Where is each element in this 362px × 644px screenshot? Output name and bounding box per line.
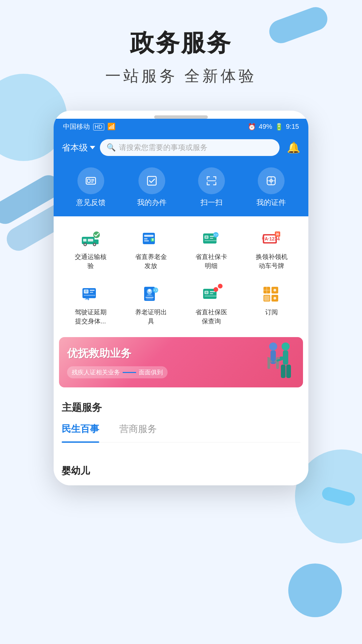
svg-rect-58 xyxy=(204,296,217,297)
search-bar[interactable]: 🔍 请搜索您需要的事项或服务 xyxy=(100,139,280,156)
battery-level: 49% xyxy=(259,123,272,130)
tab-livelihood[interactable]: 民生百事 xyxy=(62,423,99,437)
service-pension-cert[interactable]: 养老证明出具 xyxy=(121,278,181,330)
status-bar: 中国移动 HD 📶 ⏰ 49% 🔋 9:15 xyxy=(54,119,308,134)
scan-label: 扫一扫 xyxy=(200,198,223,208)
services-section: 交通运输核验 ¥ 省直养老金发放 xyxy=(54,216,308,334)
plate-label: 换领补领机动车号牌 xyxy=(256,253,288,270)
medical-label: 省直社保医保查询 xyxy=(195,308,227,326)
svg-rect-78 xyxy=(286,365,291,378)
svg-rect-57 xyxy=(210,293,213,294)
transport-label: 交通运输核验 xyxy=(75,253,107,270)
banner-underline-decoration xyxy=(123,372,136,373)
sub-category-title: 婴幼儿 xyxy=(62,465,300,477)
battery-icon: 🔋 xyxy=(275,123,283,131)
driving-label: 驾驶证延期提交身体... xyxy=(75,308,107,326)
plate-icon: 沪A·1234 补 xyxy=(259,228,284,249)
pension-payment-icon: ¥ xyxy=(139,228,163,249)
svg-rect-22 xyxy=(144,238,147,239)
theme-tabs: 民生百事 营商服务 xyxy=(62,423,300,442)
search-placeholder-text: 请搜索您需要的事项或服务 xyxy=(119,143,207,153)
promo-banner[interactable]: 优抚救助业务 残疾人证相关业务 面面俱到 xyxy=(59,337,303,387)
pension-payment-label: 省直养老金发放 xyxy=(135,253,167,270)
quick-action-scan[interactable]: 扫一扫 xyxy=(198,167,225,208)
banner-subtitle-text: 残疾人证相关业务 xyxy=(72,368,120,376)
pension-cert-label: 养老证明出具 xyxy=(135,308,167,326)
page-subtitle: 一站服务 全新体验 xyxy=(0,66,362,87)
service-social-card[interactable]: 省直社保卡明细 xyxy=(181,223,241,275)
services-grid: 交通运输核验 ¥ 省直养老金发放 xyxy=(60,223,302,330)
svg-text:¥: ¥ xyxy=(152,238,154,241)
carrier-name: 中国移动 xyxy=(63,123,90,130)
transport-icon xyxy=(78,228,103,249)
signal-strength: 📶 xyxy=(107,123,116,130)
svg-point-18 xyxy=(94,244,96,246)
pension-cert-icon xyxy=(139,283,163,305)
service-medical[interactable]: 省直社保医保查询 xyxy=(181,278,241,330)
svg-point-52 xyxy=(155,289,157,291)
location-selector[interactable]: 省本级 xyxy=(62,142,95,154)
bg-decoration-6 xyxy=(288,564,342,617)
svg-rect-43 xyxy=(90,292,93,293)
svg-rect-23 xyxy=(144,240,149,241)
svg-rect-30 xyxy=(210,238,213,239)
social-card-icon xyxy=(199,228,223,249)
theme-section-title: 主题服务 xyxy=(62,401,300,415)
svg-point-68 xyxy=(274,297,276,300)
tab-business[interactable]: 营商服务 xyxy=(119,423,157,437)
service-transport[interactable]: 交通运输核验 xyxy=(60,223,121,275)
clock-icon: ⏰ xyxy=(248,123,256,131)
svg-rect-12 xyxy=(83,239,86,241)
theme-services-section: 主题服务 民生百事 营商服务 xyxy=(54,393,308,456)
svg-rect-77 xyxy=(281,365,286,378)
svg-point-48 xyxy=(148,289,151,292)
svg-point-69 xyxy=(269,342,277,351)
banner-subtitle-suffix: 面面俱到 xyxy=(139,368,163,376)
phone-notch xyxy=(154,115,208,119)
svg-rect-42 xyxy=(90,290,95,291)
service-plate[interactable]: 沪A·1234 补 换领补领机动车号牌 xyxy=(241,223,302,275)
quick-action-feedback[interactable]: 意见反馈 xyxy=(76,167,106,208)
hd-badge: HD xyxy=(93,123,104,130)
svg-rect-67 xyxy=(264,296,269,301)
svg-point-75 xyxy=(282,342,290,351)
svg-point-41 xyxy=(85,290,87,292)
service-pension-payment[interactable]: ¥ 省直养老金发放 xyxy=(121,223,181,275)
id-label: 我的证件 xyxy=(256,198,286,208)
svg-point-33 xyxy=(215,234,217,236)
tasks-label: 我的办件 xyxy=(137,198,167,208)
medical-badge xyxy=(218,284,223,288)
app-header: 省本级 🔍 请搜索您需要的事项或服务 🔔 xyxy=(54,134,308,164)
scan-icon-wrap xyxy=(198,167,225,194)
svg-point-55 xyxy=(205,291,207,293)
feedback-icon-wrap xyxy=(77,167,104,194)
svg-rect-1 xyxy=(87,179,90,182)
svg-rect-21 xyxy=(144,235,154,237)
driving-icon: 驾 xyxy=(78,283,103,305)
carrier-info: 中国移动 HD 📶 xyxy=(63,122,116,131)
id-icon-wrap xyxy=(258,167,285,194)
svg-rect-50 xyxy=(146,299,153,299)
svg-rect-5 xyxy=(147,176,156,185)
banner-title: 优抚救助业务 xyxy=(67,346,261,361)
svg-text:补: 补 xyxy=(276,232,280,236)
quick-action-id[interactable]: 我的证件 xyxy=(256,167,286,208)
time-display: 9:15 xyxy=(286,123,299,130)
svg-rect-31 xyxy=(204,240,217,241)
svg-text:驾: 驾 xyxy=(84,295,89,301)
service-driving[interactable]: 驾 驾驶证延期提交身体... xyxy=(60,278,121,330)
location-label: 省本级 xyxy=(62,142,88,154)
notification-bell-icon[interactable]: 🔔 xyxy=(287,141,300,154)
svg-rect-13 xyxy=(88,239,93,241)
page-title: 政务服务 xyxy=(0,27,362,59)
service-subscribe[interactable]: 订阅 xyxy=(241,278,302,330)
phone-mockup: 中国移动 HD 📶 ⏰ 49% 🔋 9:15 省本级 🔍 请搜索您需要的事项或服… xyxy=(54,111,308,485)
quick-action-tasks[interactable]: 我的办件 xyxy=(137,167,167,208)
medical-icon xyxy=(199,283,223,305)
sub-category-section: 婴幼儿 xyxy=(54,457,308,485)
svg-text:沪A·1234: 沪A·1234 xyxy=(262,236,280,241)
subscribe-label: 订阅 xyxy=(265,308,278,317)
svg-point-16 xyxy=(84,244,86,246)
page-header: 政务服务 一站服务 全新体验 xyxy=(0,0,362,100)
svg-rect-56 xyxy=(210,291,215,292)
